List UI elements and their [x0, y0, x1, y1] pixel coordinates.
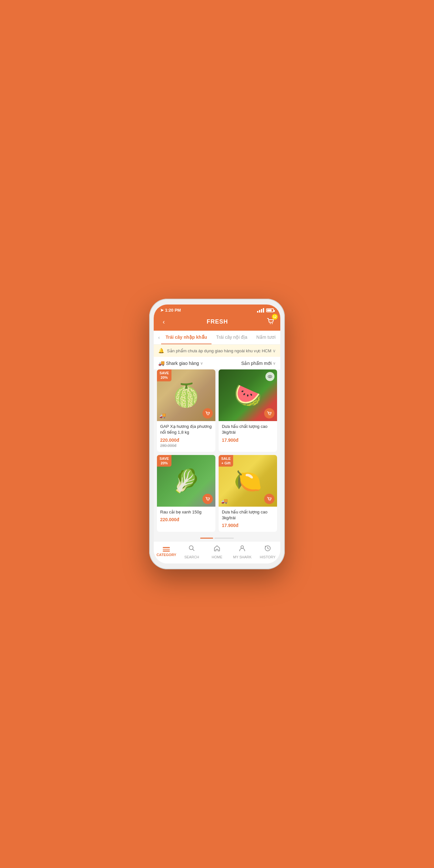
product-name-4: Dưa hấu chất lượng cao 3kg/trái: [222, 509, 274, 521]
product-original-price-1: 280.000đ: [160, 443, 212, 448]
add-to-cart-2[interactable]: [264, 408, 275, 418]
product-image-3: 🥬 SAVE20%: [157, 455, 215, 507]
nav-home[interactable]: HOME: [205, 545, 229, 559]
svg-point-2: [207, 414, 208, 415]
nav-history[interactable]: HISTORY: [255, 545, 280, 559]
product-price-1: 220.000đ: [160, 438, 212, 443]
hamburger-icon: [163, 547, 170, 552]
product-price-3: 220.000đ: [160, 517, 212, 522]
nav-search-label: SEARCH: [184, 555, 199, 559]
tab-next-arrow[interactable]: ›: [280, 331, 280, 344]
add-to-cart-1[interactable]: [203, 408, 213, 418]
svg-point-3: [208, 414, 209, 415]
delivery-filter[interactable]: 🚚 Shark giao hàng ∨: [158, 360, 203, 366]
user-icon: [239, 545, 246, 554]
svg-point-0: [270, 323, 271, 324]
svg-point-5: [269, 376, 271, 377]
sort-label: Sản phẩm mới: [241, 361, 272, 366]
delivery-icon-4: 🚚: [221, 498, 228, 504]
add-to-cart-4[interactable]: [264, 494, 275, 504]
product-info-2: Dưa hấu chất lượng cao 3kg/trái 17.900đ: [219, 421, 277, 446]
product-info-3: Rau cải bẹ xanh 150g 220.000đ: [157, 507, 215, 526]
battery-icon: [266, 308, 274, 312]
search-icon: [188, 545, 195, 554]
product-name-2: Dưa hấu chất lượng cao 3kg/trái: [222, 424, 274, 435]
notification-text: Sản phẩm chưa áp dụng giao hàng ngoài kh…: [167, 348, 271, 353]
svg-point-8: [207, 500, 208, 501]
signal-icon: [257, 308, 264, 313]
product-name-1: GAP Xạ hương địa phương nổi tiếng 1,8 kg: [160, 424, 212, 435]
svg-point-6: [269, 414, 270, 415]
product-image-2: 🍉: [219, 369, 277, 421]
svg-point-1: [272, 323, 273, 324]
tab-mushroom[interactable]: Nấm tươi: [252, 331, 280, 344]
nav-category-label: CATEGORY: [157, 553, 176, 557]
product-card-3[interactable]: 🥬 SAVE20% Rau cải bẹ xanh 150g 220.000đ: [157, 455, 215, 532]
eye-svg: [268, 374, 272, 379]
product-card-1[interactable]: 🍈 SAVE20% 🚚 GAP Xạ hương địa phương nổi …: [157, 369, 215, 452]
save-badge-3: SAVE20%: [157, 455, 172, 467]
header: ‹ FRESH 12: [154, 314, 280, 331]
tab-prev-arrow[interactable]: ‹: [157, 331, 161, 344]
svg-point-12: [189, 546, 193, 550]
product-price-2: 17.900đ: [222, 438, 274, 443]
product-card-4[interactable]: 🍋 SALE+ Gift 🚚 Dưa hấu chất lượng cao 3k…: [219, 455, 277, 532]
notif-chevron: ∨: [273, 348, 276, 353]
nav-history-label: HISTORY: [260, 555, 276, 559]
product-price-4: 17.900đ: [222, 523, 274, 528]
status-bar: ➤ 1:20 PM: [154, 305, 280, 314]
svg-point-11: [270, 500, 271, 501]
cart-badge: 12: [272, 314, 278, 320]
add-to-cart-3[interactable]: [203, 494, 213, 504]
sort-filter[interactable]: Sản phẩm mới ∨: [241, 361, 276, 366]
bottom-nav: CATEGORY SEARCH HOME: [154, 541, 280, 563]
product-info-4: Dưa hấu chất lượng cao 3kg/trái 17.900đ: [219, 507, 277, 532]
products-grid: 🍈 SAVE20% 🚚 GAP Xạ hương địa phương nổi …: [154, 369, 280, 535]
nav-myshark-label: MY SHARK: [233, 555, 252, 559]
category-tabs: ‹ Trái cây nhập khẩu Trái cây nội địa Nấ…: [154, 331, 280, 345]
back-button[interactable]: ‹: [159, 318, 168, 326]
svg-point-9: [208, 500, 209, 501]
nav-myshark[interactable]: MY SHARK: [229, 545, 255, 559]
notif-left: 🔔 Sản phẩm chưa áp dụng giao hàng ngoài …: [158, 348, 271, 353]
product-card-2[interactable]: 🍉: [219, 369, 277, 452]
scroll-indicator: [154, 535, 280, 541]
cart-icon-1: [205, 411, 210, 416]
product-info-1: GAP Xạ hương địa phương nổi tiếng 1,8 kg…: [157, 421, 215, 452]
nav-category[interactable]: CATEGORY: [154, 547, 179, 557]
page-title: FRESH: [207, 318, 228, 325]
home-icon: [213, 545, 221, 554]
status-time: 1:20 PM: [165, 308, 181, 313]
sort-chevron: ∨: [273, 361, 276, 366]
tab-imported-fruit[interactable]: Trái cây nhập khẩu: [161, 331, 212, 344]
nav-search[interactable]: SEARCH: [179, 545, 204, 559]
delivery-icon-1: 🚚: [159, 412, 166, 418]
bell-icon: 🔔: [158, 348, 164, 353]
nav-home-label: HOME: [212, 555, 222, 559]
cart-button[interactable]: 12: [266, 316, 275, 327]
phone-frame: ➤ 1:20 PM ‹ FRESH: [149, 299, 285, 569]
svg-point-7: [270, 414, 271, 415]
tab-local-fruit[interactable]: Trái cây nội địa: [212, 331, 252, 344]
cart-icon-3: [205, 496, 210, 501]
cart-icon-2: [267, 411, 272, 416]
save-badge-1: SAVE20%: [157, 369, 172, 381]
filter-bar: 🚚 Shark giao hàng ∨ Sản phẩm mới ∨: [154, 357, 280, 369]
delivery-chevron: ∨: [200, 361, 203, 366]
status-right: [257, 308, 274, 313]
back-icon: ‹: [163, 318, 165, 325]
phone-screen: ➤ 1:20 PM ‹ FRESH: [154, 305, 280, 563]
svg-point-4: [268, 375, 272, 378]
svg-point-10: [269, 500, 270, 501]
eye-icon-2: [266, 372, 275, 381]
scroll-dot-active: [200, 538, 213, 538]
status-left: ➤ 1:20 PM: [160, 308, 181, 313]
product-image-4: 🍋 SALE+ Gift 🚚: [219, 455, 277, 507]
product-name-3: Rau cải bẹ xanh 150g: [160, 509, 212, 515]
notification-bar: 🔔 Sản phẩm chưa áp dụng giao hàng ngoài …: [154, 345, 280, 357]
product-image-1: 🍈 SAVE20% 🚚: [157, 369, 215, 421]
scroll-dot-inactive: [214, 538, 234, 538]
history-icon: [264, 545, 271, 554]
delivery-truck-icon: 🚚: [158, 360, 165, 366]
cart-icon-4: [267, 496, 272, 501]
